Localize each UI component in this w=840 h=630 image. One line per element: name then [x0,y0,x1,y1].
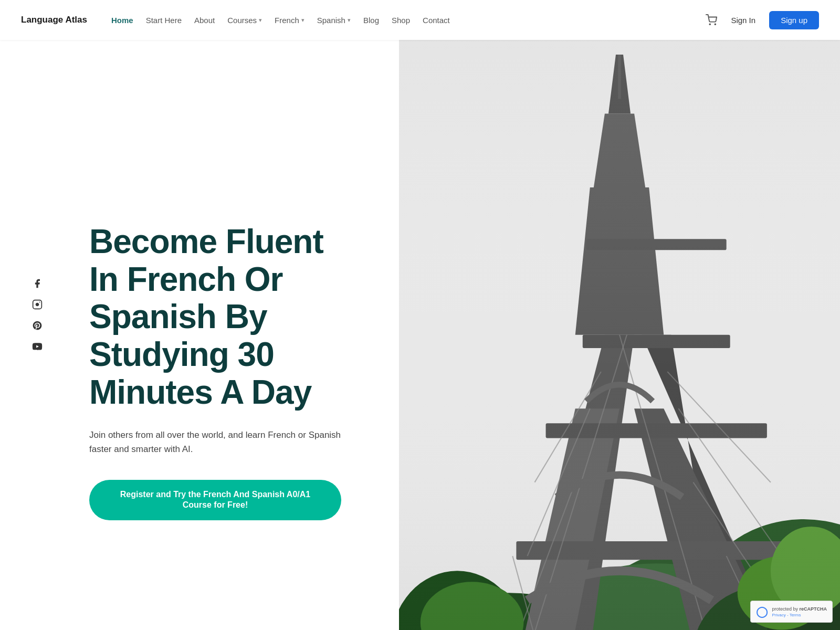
brand-logo[interactable]: Language Atlas [21,15,87,25]
signin-button[interactable]: Sign In [726,13,761,28]
courses-chevron: ▾ [259,17,262,24]
nav-start-here[interactable]: Start Here [141,13,187,28]
recaptcha-terms[interactable]: Terms [790,613,801,617]
cart-icon[interactable] [706,14,717,26]
nav-about[interactable]: About [189,13,220,28]
hero-image [399,40,840,630]
youtube-icon[interactable] [32,341,43,352]
svg-point-1 [715,24,716,25]
recaptcha-links: Privacy - Terms [772,613,827,617]
pinterest-icon[interactable] [32,320,43,331]
nav-french[interactable]: French ▾ [269,13,310,28]
signup-button[interactable]: Sign up [769,11,819,29]
recaptcha-badge: ◯ protected by reCAPTCHA Privacy - Terms [750,601,833,623]
hero-heading: Become Fluent In French Or Spanish By St… [89,223,357,411]
cta-button[interactable]: Register and Try the French And Spanish … [89,480,341,521]
navbar-left: Language Atlas Home Start Here About Cou… [21,13,455,28]
svg-rect-38 [399,40,840,630]
recaptcha-logo: ◯ [756,605,768,618]
nav-courses[interactable]: Courses ▾ [222,13,267,28]
nav-spanish[interactable]: Spanish ▾ [312,13,356,28]
recaptcha-text: protected by reCAPTCHA Privacy - Terms [772,606,827,617]
nav-home[interactable]: Home [106,13,139,28]
navbar: Language Atlas Home Start Here About Cou… [0,0,840,40]
navbar-right: Sign In Sign up [706,11,819,29]
hero-content: Become Fluent In French Or Spanish By St… [0,40,399,630]
recaptcha-label: protected by reCAPTCHA [772,606,827,613]
hero-subtext: Join others from all over the world, and… [89,428,341,456]
facebook-icon[interactable] [32,278,43,289]
nav-shop[interactable]: Shop [386,13,415,28]
hero-section: Become Fluent In French Or Spanish By St… [0,0,840,630]
french-chevron: ▾ [301,17,304,24]
nav-links: Home Start Here About Courses ▾ French ▾… [106,13,455,28]
social-sidebar [32,278,43,352]
recaptcha-privacy[interactable]: Privacy [772,613,785,617]
nav-blog[interactable]: Blog [358,13,384,28]
spanish-chevron: ▾ [348,17,351,24]
nav-contact[interactable]: Contact [417,13,455,28]
svg-point-0 [710,24,711,25]
instagram-icon[interactable] [32,299,43,310]
